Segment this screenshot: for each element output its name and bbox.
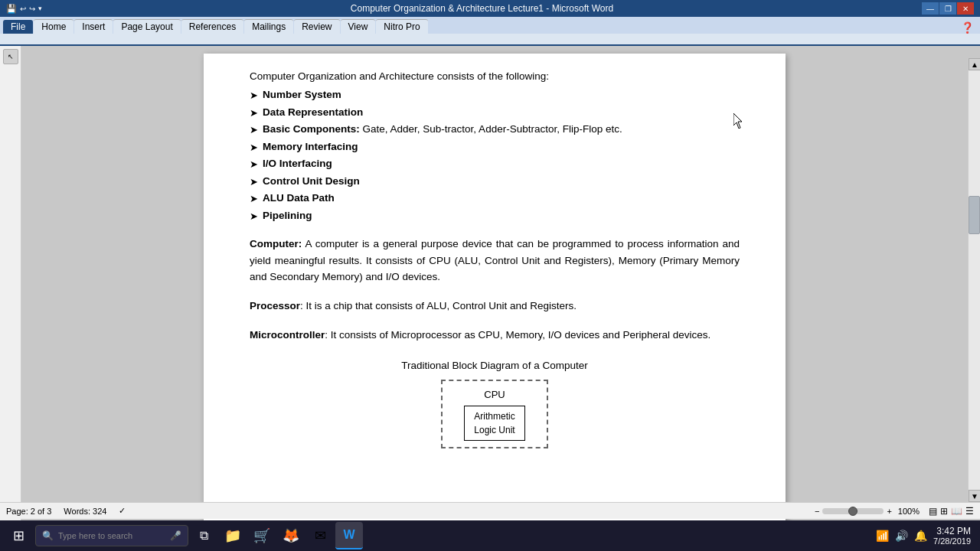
notification-icon[interactable]: 🔔	[914, 530, 927, 542]
view-web-icon[interactable]: ⊞	[940, 506, 948, 517]
bullet-arrow-icon: ➤	[250, 140, 258, 155]
search-placeholder[interactable]: Type here to search	[58, 531, 132, 540]
view-layout-icon[interactable]: ▤	[929, 506, 937, 517]
maximize-button[interactable]: ❐	[939, 2, 956, 15]
bullet-arrow-icon: ➤	[250, 174, 258, 190]
quick-undo[interactable]: ↩	[20, 5, 26, 13]
quick-save[interactable]: 💾	[6, 4, 17, 14]
bullet-arrow-icon: ➤	[250, 191, 258, 207]
tab-home[interactable]: Home	[34, 19, 74, 34]
intro-text: Computer Organization and Architecture c…	[250, 69, 740, 84]
tab-nitro[interactable]: Nitro Pro	[376, 19, 427, 34]
left-toolbar: ↖	[0, 46, 21, 520]
bullet-arrow-icon: ➤	[250, 122, 258, 138]
computer-label: Computer:	[250, 238, 302, 249]
clock[interactable]: 3:42 PM 7/28/2019	[933, 526, 971, 546]
taskbar-right: 📶 🔊 🔔 3:42 PM 7/28/2019	[876, 526, 977, 546]
diagram-title: Traditional Block Diagram of a Computer	[401, 358, 587, 373]
tab-references[interactable]: References	[181, 19, 243, 34]
store-icon[interactable]: 🛒	[248, 522, 276, 549]
word-taskbar-icon[interactable]: W	[335, 522, 363, 549]
close-button[interactable]: ✕	[957, 2, 974, 15]
alu-line2: Logic Unit	[474, 423, 514, 437]
status-bar: Page: 2 of 3 Words: 324 ✓ − + 100% ▤ ⊞ 📖…	[0, 502, 980, 519]
mic-icon[interactable]: 🎤	[170, 530, 181, 541]
processor-paragraph: Processor: It is a chip that consists of…	[250, 298, 740, 315]
zoom-slider[interactable]	[822, 508, 884, 514]
tab-mailings[interactable]: Mailings	[244, 19, 293, 34]
list-item: ➤ I/O Interfacing	[250, 156, 740, 172]
volume-icon[interactable]: 🔊	[895, 530, 908, 542]
explorer-icon[interactable]: 📁	[219, 522, 247, 549]
bullet-arrow-icon: ➤	[250, 157, 258, 172]
tab-review[interactable]: Review	[294, 19, 339, 34]
computer-paragraph: Computer: A computer is a general purpos…	[250, 236, 740, 285]
search-box[interactable]: 🔍 Type here to search 🎤	[35, 525, 188, 546]
title-bar: 💾 ↩ ↪ ▾ Computer Organization & Architec…	[0, 0, 980, 17]
vertical-scrollbar[interactable]: ▲ ▼	[968, 58, 980, 502]
bullet-list: ➤ Number System ➤ Data Representation ➤ …	[250, 87, 740, 223]
quick-redo[interactable]: ↪	[29, 5, 35, 13]
zoom-thumb[interactable]	[848, 507, 858, 516]
bullet-data-rep: Data Representation	[263, 105, 363, 120]
bullet-pipeline: Pipelining	[263, 208, 312, 223]
page-info: Page: 2 of 3	[6, 507, 51, 516]
diagram-area: Traditional Block Diagram of a Computer …	[250, 358, 740, 448]
window-title: Computer Organization & Architecture Lec…	[42, 3, 922, 14]
document-area: Computer Organization and Architecture c…	[21, 46, 968, 528]
bullet-memory: Memory Interfacing	[263, 139, 358, 155]
view-outline-icon[interactable]: ☰	[965, 506, 974, 517]
help-icon[interactable]: ❓	[955, 21, 980, 34]
alu-box: Arithmetic Logic Unit	[464, 406, 524, 441]
zoom-minus[interactable]: −	[815, 507, 819, 516]
list-item: ➤ Basic Components: Gate, Adder, Sub-tra…	[250, 122, 740, 138]
alu-line1: Arithmetic	[474, 409, 514, 423]
minimize-button[interactable]: —	[922, 2, 939, 15]
bullet-arrow-icon: ➤	[250, 88, 258, 103]
processor-text: : It is a chip that consists of ALU, Con…	[300, 300, 577, 311]
scroll-down-button[interactable]: ▼	[969, 490, 980, 502]
microcontroller-label: Microcontroller	[250, 329, 325, 341]
firefox-icon[interactable]: 🦊	[277, 522, 305, 549]
mail-icon[interactable]: ✉	[306, 522, 334, 549]
bullet-number-system: Number System	[263, 87, 341, 103]
word-count: Words: 324	[64, 507, 106, 516]
zoom-level: 100%	[898, 507, 920, 516]
bullet-arrow-icon: ➤	[250, 106, 258, 121]
view-read-icon[interactable]: 📖	[951, 506, 962, 517]
window-controls: — ❐ ✕	[922, 2, 974, 15]
start-button[interactable]: ⊞	[3, 520, 34, 551]
bullet-arrow-icon: ➤	[250, 209, 258, 224]
tab-view[interactable]: View	[341, 19, 376, 34]
zoom-controls: − + 100% ▤ ⊞ 📖 ☰	[815, 506, 974, 517]
zoom-plus[interactable]: +	[887, 507, 891, 516]
list-item: ➤ Number System	[250, 87, 740, 103]
microcontroller-paragraph: Microcontroller: It consists of Micropro…	[250, 327, 740, 344]
processor-label: Processor	[250, 300, 300, 311]
menu-tabs: File Home Insert Page Layout References …	[0, 17, 980, 34]
network-icon[interactable]: 📶	[876, 530, 889, 542]
list-item: ➤ Data Representation	[250, 105, 740, 121]
page-content: Computer Organization and Architecture c…	[250, 69, 740, 448]
scroll-track[interactable]	[969, 70, 980, 490]
microcontroller-text: : It consists of Microprocessor as CPU, …	[325, 329, 710, 341]
cpu-label: CPU	[484, 387, 505, 403]
spell-check-icon[interactable]: ✓	[119, 506, 126, 516]
scroll-up-button[interactable]: ▲	[969, 58, 980, 70]
bullet-basic-comp: Basic Components: Gate, Adder, Sub-tract…	[263, 122, 622, 137]
scroll-thumb[interactable]	[969, 196, 980, 234]
ribbon-area	[0, 34, 980, 46]
bullet-io: I/O Interfacing	[263, 156, 332, 171]
toolbar-select[interactable]: ↖	[3, 49, 18, 64]
list-item: ➤ Pipelining	[250, 208, 740, 224]
date-display: 7/28/2019	[933, 536, 971, 546]
task-view-button[interactable]: ⧉	[190, 522, 217, 549]
time-display: 3:42 PM	[933, 526, 971, 536]
tab-page-layout[interactable]: Page Layout	[113, 19, 180, 34]
document-page: Computer Organization and Architecture c…	[204, 54, 786, 528]
tab-file[interactable]: File	[3, 20, 33, 34]
list-item: ➤ Control Unit Design	[250, 174, 740, 190]
search-icon: 🔍	[42, 530, 54, 541]
tab-insert[interactable]: Insert	[74, 19, 113, 34]
cpu-diagram-box: CPU Arithmetic Logic Unit	[441, 380, 548, 448]
